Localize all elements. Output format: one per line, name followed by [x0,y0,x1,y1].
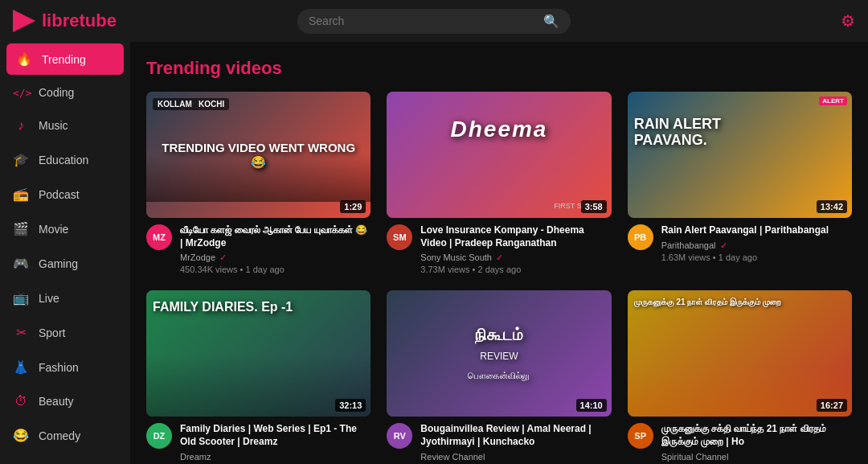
gaming-icon: 🎮 [13,256,29,271]
video-title-3: Rain Alert Paavangal | Parithabangal [661,224,852,237]
sidebar-item-live[interactable]: 📺 Live [0,281,130,315]
sidebar-label-trending: Trending [42,53,86,66]
avatar-5: RV [387,423,412,449]
header: libretube 🔍 ⚙ [0,0,868,42]
avatar-6: SP [628,423,653,449]
movie-icon: 🎬 [13,221,29,236]
logo-icon [13,10,35,32]
channel-name-3: Parithabangal ✓ [661,240,852,251]
video-card-1[interactable]: KOLLAM KOCHI TRENDING VIDEO WENT WRONG 😂… [146,92,371,274]
video-info-2: SM Love Insurance Kompany - Dheema Video… [387,224,611,274]
thumb-tag-1: KOLLAM KOCHI [153,98,229,110]
music-icon: ♪ [13,118,29,133]
search-area: 🔍 [141,9,727,34]
channel-name-4: Dreamz [180,452,371,462]
video-meta-4: Family Diaries | Web Series | Ep1 - The … [180,423,371,462]
video-stats-3: 1.63M views • 1 day ago [661,253,852,262]
thumb-art-5: நிகூடம்REVIEWபௌகைன்வில்லு [387,290,611,417]
video-meta-2: Love Insurance Kompany - Dheema Video | … [420,224,611,274]
header-right: ⚙ [727,11,855,31]
duration-badge-6: 16:27 [817,399,847,412]
channel-name-1: MrZodge ✓ [180,253,371,263]
sidebar-label-gaming: Gaming [39,257,78,270]
avatar-1: MZ [146,224,172,250]
video-info-4: DZ Family Diaries | Web Series | Ep1 - T… [146,423,371,462]
duration-badge-2: 3:58 [581,200,607,213]
video-info-6: SP முருகனுக்கு சக்தி வாய்ந்த 21 நாள் விர… [628,423,852,462]
verified-badge-1: ✓ [219,253,227,262]
thumb-art-3: RAIN ALERTPAAVANG. ALERT [628,92,852,218]
avatar-2: SM [387,224,412,250]
thumbnail-3: RAIN ALERTPAAVANG. ALERT 13:42 [628,92,852,218]
sidebar-label-podcast: Podcast [39,188,80,201]
channel-name-5: Review Channel [420,452,611,462]
sidebar-item-beauty[interactable]: ⏱ Beauty [0,384,130,418]
video-meta-5: Bougainvillea Review | Amal Neerad | Jyo… [420,423,611,462]
sidebar-item-comedy[interactable]: 😂 Comedy [0,418,130,453]
search-bar: 🔍 [297,9,571,34]
sidebar-item-podcast[interactable]: 📻 Podcast [0,177,130,211]
sidebar: 🔥 Trending </> Coding ♪ Music 🎓 Educatio… [0,42,130,464]
sidebar-label-education: Education [39,154,88,166]
video-grid-bottom: FAMILY DIARIES. Ep -1 32:13 DZ Family Di… [146,290,852,462]
content-area: Trending videos KOLLAM KOCHI TRENDING VI… [130,42,868,464]
video-meta-6: முருகனுக்கு சக்தி வாய்ந்த 21 நாள் விரதம்… [661,423,852,462]
sidebar-label-music: Music [39,119,68,132]
page-title: Trending videos [146,58,852,79]
duration-badge-5: 14:10 [576,399,607,412]
thumbnail-4: FAMILY DIARIES. Ep -1 32:13 [146,290,371,417]
video-card-2[interactable]: Dheema FIRST SINGLE 3:58 SM Love Insuran… [387,92,611,274]
sidebar-label-comedy: Comedy [39,429,80,442]
video-title-6: முருகனுக்கு சக்தி வாய்ந்த 21 நாள் விரதம்… [661,423,852,448]
sidebar-item-education[interactable]: 🎓 Education [0,142,130,177]
avatar-3: PB [628,224,653,250]
sidebar-item-gaming[interactable]: 🎮 Gaming [0,246,130,281]
thumb-art-1: KOLLAM KOCHI TRENDING VIDEO WENT WRONG 😂 [146,92,371,218]
video-grid-top: KOLLAM KOCHI TRENDING VIDEO WENT WRONG 😂… [146,92,852,274]
verified-badge-2: ✓ [496,253,503,262]
thumbnail-2: Dheema FIRST SINGLE 3:58 [387,92,611,218]
sidebar-item-trending[interactable]: 🔥 Trending [6,43,124,75]
sidebar-item-movie[interactable]: 🎬 Movie [0,211,130,246]
thumb-art-4: FAMILY DIARIES. Ep -1 [146,290,371,417]
search-icon[interactable]: 🔍 [543,14,559,29]
channel-name-6: Spiritual Channel [661,452,852,462]
sidebar-label-beauty: Beauty [39,395,74,408]
fashion-icon: 👗 [13,359,29,375]
sidebar-item-fashion[interactable]: 👗 Fashion [0,350,130,384]
duration-badge-4: 32:13 [335,399,366,412]
sidebar-item-coding[interactable]: </> Coding [0,76,130,109]
comedy-icon: 😂 [13,428,29,443]
search-input[interactable] [309,14,537,27]
thumb-art-6: முருகனுக்கு 21 நாள் விரதம் இருக்கும் முற… [628,290,852,417]
podcast-icon: 📻 [13,187,29,202]
video-info-3: PB Rain Alert Paavangal | Parithabangal … [628,224,852,262]
duration-badge-3: 13:42 [817,200,847,213]
video-title-5: Bougainvillea Review | Amal Neerad | Jyo… [420,423,611,448]
sidebar-label-live: Live [39,292,59,305]
sidebar-label-sport: Sport [39,326,65,339]
logo: libretube [13,10,141,32]
video-card-4[interactable]: FAMILY DIARIES. Ep -1 32:13 DZ Family Di… [146,290,371,462]
education-icon: 🎓 [13,152,29,167]
video-meta-3: Rain Alert Paavangal | Parithabangal Par… [661,224,852,262]
video-meta-1: வீடியோ களஜ் வைரல் ஆகான் பேய யுவாக்கள் 😂 … [180,224,371,274]
trending-icon: 🔥 [16,51,32,67]
duration-badge-1: 1:29 [340,200,366,213]
sidebar-item-music[interactable]: ♪ Music [0,109,130,142]
sport-icon: ✂ [13,325,29,340]
video-stats-1: 450.34K views • 1 day ago [180,265,371,274]
verified-badge-3: ✓ [720,240,727,250]
live-icon: 📺 [13,290,29,306]
settings-icon[interactable]: ⚙ [841,11,855,31]
sidebar-item-sport[interactable]: ✂ Sport [0,315,130,350]
thumbnail-5: நிகூடம்REVIEWபௌகைன்வில்லு 14:10 [387,290,611,417]
video-card-5[interactable]: நிகூடம்REVIEWபௌகைன்வில்லு 14:10 RV Bouga… [387,290,611,462]
video-info-1: MZ வீடியோ களஜ் வைரல் ஆகான் பேய யுவாக்கள்… [146,224,371,274]
video-card-6[interactable]: முருகனுக்கு 21 நாள் விரதம் இருக்கும் முற… [628,290,852,462]
thumb-art-2: Dheema FIRST SINGLE [387,92,611,218]
video-title-2: Love Insurance Kompany - Dheema Video | … [420,224,611,249]
sidebar-label-fashion: Fashion [39,361,79,374]
video-title-1: வீடியோ களஜ் வைரல் ஆகான் பேய யுவாக்கள் 😂 … [180,224,371,249]
video-card-3[interactable]: RAIN ALERTPAAVANG. ALERT 13:42 PB Rain A… [628,92,852,274]
